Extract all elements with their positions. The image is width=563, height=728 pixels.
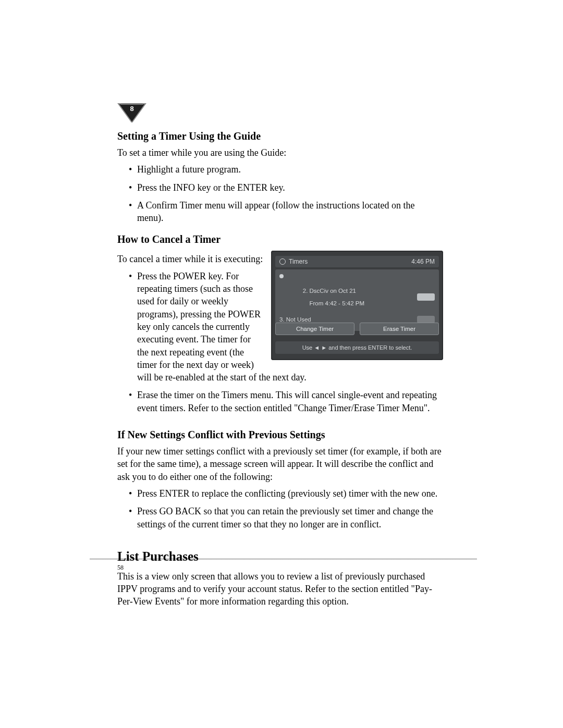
list-item: Press the POWER key. For repeating timer… bbox=[129, 270, 443, 384]
chapter-number: 8 bbox=[130, 105, 133, 113]
manual-page: 8 Setting a Timer Using the Guide To set… bbox=[0, 0, 563, 728]
heading-cancel-timer: How to Cancel a Timer bbox=[117, 233, 443, 245]
list-item: Press the INFO key or the ENTER key. bbox=[129, 181, 443, 194]
screenshot-header: Timers 4:46 PM bbox=[275, 256, 439, 267]
list-item: A Confirm Timer menu will appear (follow… bbox=[129, 199, 443, 225]
list-item: Press ENTER to replace the conflicting (… bbox=[129, 487, 443, 500]
chapter-marker-triangle: 8 bbox=[117, 102, 146, 122]
page-number: 58 bbox=[117, 564, 124, 572]
clock-icon bbox=[279, 258, 286, 265]
intro-conflict: If your new timer settings conflict with… bbox=[117, 445, 443, 483]
screenshot-title: Timers bbox=[289, 258, 308, 265]
bullets-conflict: Press ENTER to replace the conflicting (… bbox=[117, 487, 443, 530]
heading-conflict: If New Settings Conflict with Previous S… bbox=[117, 429, 443, 441]
heading-setting-timer: Setting a Timer Using the Guide bbox=[117, 130, 443, 142]
bullets-setting-timer: Highlight a future program. Press the IN… bbox=[117, 163, 443, 224]
list-item: Press GO BACK so that you can retain the… bbox=[129, 505, 443, 530]
bullets-cancel-timer: Press the POWER key. For repeating timer… bbox=[117, 270, 443, 414]
cancel-timer-block: Timers 4:46 PM 2. DscCiv on Oct 21 From … bbox=[117, 250, 443, 419]
screenshot-time: 4:46 PM bbox=[411, 258, 435, 265]
list-item: Highlight a future program. bbox=[129, 163, 443, 176]
list-item: Erase the timer on the Timers menu. This… bbox=[129, 389, 443, 414]
page-content: Setting a Timer Using the Guide To set a… bbox=[117, 130, 443, 608]
heading-list-purchases: List Purchases bbox=[117, 549, 443, 564]
footer-rule bbox=[90, 559, 477, 560]
intro-setting-timer: To set a timer while you are using the G… bbox=[117, 146, 443, 159]
body-list-purchases: This is a view only screen that allows y… bbox=[117, 570, 443, 608]
